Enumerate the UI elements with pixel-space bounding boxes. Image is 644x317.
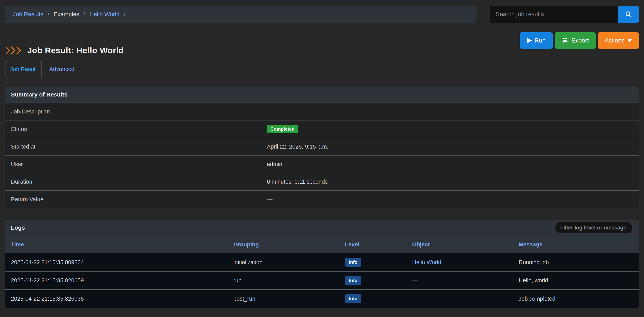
summary-value: April 22, 2025, 9:15 p.m. xyxy=(267,144,639,150)
summary-row-duration: Duration 0 minutes, 0.11 seconds xyxy=(5,173,639,190)
breadcrumb-separator: / xyxy=(48,11,49,18)
log-level-badge: Info xyxy=(345,294,361,303)
summary-label: Started at xyxy=(5,144,267,150)
nautobot-logo-icon xyxy=(5,46,22,55)
summary-label: Duration xyxy=(5,179,267,185)
actions-button-label: Actions xyxy=(605,37,624,44)
summary-row-status: Status Completed xyxy=(5,120,639,138)
breadcrumb-hello-world[interactable]: Hello World xyxy=(90,11,120,18)
log-level-badge: Info xyxy=(345,258,361,267)
summary-value: admin xyxy=(267,161,639,167)
logs-card-header: Logs xyxy=(5,220,639,236)
tab-advanced[interactable]: Advanced xyxy=(44,61,79,77)
log-filter-input[interactable] xyxy=(555,222,632,233)
breadcrumb-separator: / xyxy=(84,11,85,18)
tab-bar: Job Result Advanced xyxy=(5,61,639,77)
breadcrumb-job-results[interactable]: Job Results xyxy=(13,11,44,18)
summary-row-user: User admin xyxy=(5,155,639,173)
summary-label: Job Description xyxy=(5,108,267,115)
search-bar xyxy=(490,6,639,23)
export-button[interactable]: Export xyxy=(554,32,596,49)
sort-column-grouping[interactable]: Grouping xyxy=(233,241,259,248)
actions-dropdown-button[interactable]: Actions xyxy=(598,32,639,49)
log-message: Job completed xyxy=(513,289,639,308)
tab-job-result[interactable]: Job Result xyxy=(5,61,42,77)
export-button-label: Export xyxy=(571,37,589,44)
search-input[interactable] xyxy=(490,6,618,23)
log-row: 2025-04-22 21:15:35.826935 post_run Info… xyxy=(5,289,639,308)
log-message: Running job xyxy=(513,253,639,271)
summary-row-job-description: Job Description xyxy=(5,103,639,120)
logs-table: Time Grouping Level Object Message 2025-… xyxy=(5,236,639,308)
log-time: 2025-04-22 21:15:35.809334 xyxy=(5,253,228,271)
breadcrumb-examples: Examples xyxy=(54,11,79,18)
play-icon xyxy=(527,38,532,44)
summary-label: User xyxy=(5,161,267,167)
log-message: Hello, world! xyxy=(513,271,639,289)
run-button-label: Run xyxy=(534,37,546,44)
search-icon xyxy=(625,11,632,18)
summary-of-results-card: Summary of Results Job Description Statu… xyxy=(5,87,639,208)
summary-value: 0 minutes, 0.11 seconds xyxy=(267,179,639,185)
sort-column-message[interactable]: Message xyxy=(518,241,542,248)
breadcrumb: Job Results / Examples / Hello World / xyxy=(5,6,476,23)
log-object-link[interactable]: Hello World xyxy=(412,259,441,265)
sort-column-level[interactable]: Level xyxy=(345,241,360,248)
logs-card: Logs Time Grouping Level Object Message … xyxy=(5,220,639,308)
summary-row-started-at: Started at April 22, 2025, 9:15 p.m. xyxy=(5,138,639,155)
sort-column-time[interactable]: Time xyxy=(11,241,24,248)
log-row: 2025-04-22 21:15:35.809334 initializatio… xyxy=(5,253,639,271)
breadcrumb-separator: / xyxy=(124,11,126,18)
log-time: 2025-04-22 21:15:35.826935 xyxy=(5,289,228,308)
summary-card-title: Summary of Results xyxy=(11,91,68,98)
log-grouping: post_run xyxy=(228,289,339,308)
summary-card-header: Summary of Results xyxy=(5,87,639,103)
log-object-empty: — xyxy=(406,271,513,289)
run-button[interactable]: Run xyxy=(520,32,553,49)
summary-value: Completed xyxy=(267,125,639,133)
job-result-page: Job Results / Examples / Hello World / xyxy=(0,0,644,308)
database-export-icon xyxy=(562,37,568,44)
logs-table-header-row: Time Grouping Level Object Message xyxy=(5,236,639,253)
summary-value: — xyxy=(267,196,639,203)
search-button[interactable] xyxy=(618,6,639,23)
log-time: 2025-04-22 21:15:35.820059 xyxy=(5,271,228,289)
log-level-badge: Info xyxy=(345,276,361,285)
caret-down-icon xyxy=(627,39,632,42)
log-row: 2025-04-22 21:15:35.820059 run Info — He… xyxy=(5,271,639,289)
log-grouping: initialization xyxy=(228,253,339,271)
page-title: Job Result: Hello World xyxy=(27,46,124,55)
summary-row-return-value: Return Value — xyxy=(5,190,639,208)
logs-card-title: Logs xyxy=(11,224,25,231)
summary-label: Return Value xyxy=(5,196,267,203)
summary-label: Status xyxy=(5,126,267,132)
status-badge: Completed xyxy=(267,125,298,133)
log-object-empty: — xyxy=(406,289,513,308)
log-grouping: run xyxy=(228,271,339,289)
top-bar: Job Results / Examples / Hello World / xyxy=(5,6,639,23)
sort-column-object[interactable]: Object xyxy=(412,241,430,248)
